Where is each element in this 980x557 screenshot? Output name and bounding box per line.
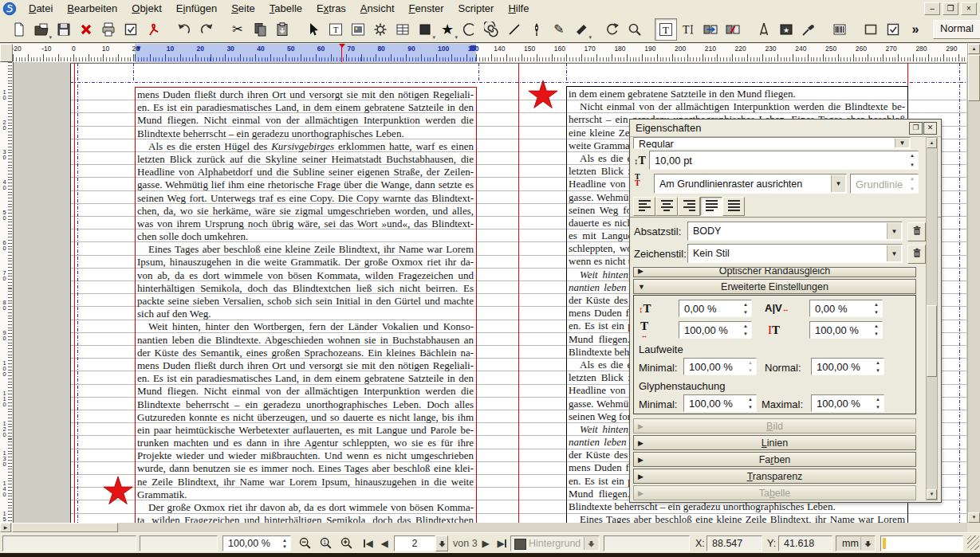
display-mode-select[interactable]: Normal▼	[933, 20, 980, 39]
star-shape-bottom[interactable]	[101, 475, 135, 508]
vertical-ruler[interactable]: 102030405060708090100110120130140150	[0, 62, 14, 523]
first-page-button[interactable]: ◀	[361, 535, 376, 551]
glyph-min-input[interactable]: 100,00 % ▲▼	[683, 394, 757, 412]
float-icon[interactable]: ❐	[909, 122, 923, 135]
scroll-down-icon[interactable]: ▼	[968, 512, 980, 523]
spinner-arrows[interactable]: ▲▼	[280, 537, 289, 550]
menu-ansicht[interactable]: Ansicht	[353, 1, 402, 16]
slider-handle[interactable]	[883, 538, 886, 549]
preview-quality-slider[interactable]	[880, 535, 963, 551]
copy-button[interactable]	[249, 18, 271, 41]
tool-dropdown-icon[interactable]: ▾	[455, 34, 458, 41]
scroll-up-icon[interactable]: ▲	[927, 138, 937, 148]
pdf-pushbutton-button[interactable]	[860, 18, 882, 41]
zoom-in-button[interactable]	[337, 535, 356, 551]
line-spacing-mode-select[interactable]: Am Grundlinienraster ausrichten ▼	[654, 174, 847, 194]
measure-tool-button[interactable]	[753, 18, 775, 41]
last-page-button[interactable]: ▶	[494, 535, 509, 551]
close-button[interactable]: ×	[961, 2, 977, 15]
kerning-input[interactable]: 0,00 % ▲▼	[809, 300, 883, 317]
baseline-offset-input[interactable]: 0,00 % ▲▼	[679, 300, 752, 317]
scroll-right-icon[interactable]: ▶	[0, 523, 11, 532]
paste-button[interactable]	[271, 18, 293, 41]
tool-dropdown-icon[interactable]: ▾	[432, 34, 435, 41]
vertical-scrollbar[interactable]: ▲ ▼	[967, 44, 980, 523]
print-button[interactable]	[97, 18, 120, 41]
section-linien[interactable]: ▶Linien	[633, 435, 916, 450]
align-right-button[interactable]	[678, 197, 700, 216]
spinner-arrows[interactable]: ▲▼	[907, 152, 917, 168]
horizontal-scrollbar[interactable]: ◀ ▶	[0, 523, 967, 532]
new-document-button[interactable]	[8, 18, 30, 41]
scroll-down-icon[interactable]: ▼	[927, 489, 937, 500]
chevron-down-icon[interactable]: ▼	[887, 245, 901, 261]
star-shape-top[interactable]	[526, 79, 560, 112]
pdf-checkbox-button[interactable]	[882, 18, 904, 41]
preflight-button[interactable]	[120, 18, 142, 41]
minimize-button[interactable]: –	[924, 2, 940, 15]
copy-properties-button[interactable]: ★	[775, 18, 797, 41]
next-page-button[interactable]: ▶	[478, 535, 493, 551]
close-doc-button[interactable]	[75, 18, 97, 41]
paragraph-style-select[interactable]: BODY ▼	[687, 222, 903, 241]
scrollbar-thumb[interactable]	[12, 523, 118, 532]
undo-button[interactable]	[173, 18, 195, 41]
text-frame-left-selected[interactable]: mens Duden fließt durch ihren Ort und ve…	[135, 87, 477, 523]
unlink-frames-button[interactable]	[722, 18, 744, 41]
menu-seite[interactable]: Seite	[224, 1, 262, 16]
arc-tool-button[interactable]	[459, 18, 481, 41]
align-center-button[interactable]	[655, 197, 678, 216]
chevron-down-icon[interactable]: ▼	[895, 139, 909, 147]
link-frames-button[interactable]	[699, 18, 722, 41]
scroll-up-icon[interactable]: ▲	[968, 44, 980, 54]
guide-red-2[interactable]	[518, 63, 519, 523]
bezier-tool-button[interactable]	[525, 18, 548, 41]
scrollbar-thumb[interactable]	[968, 55, 980, 101]
zoom-level-input[interactable]: 100,00 % ▲▼	[222, 535, 291, 551]
pdf-export-button[interactable]	[142, 18, 164, 41]
menu-extras[interactable]: Extras	[309, 1, 353, 16]
zoom-100-button[interactable]: 1	[317, 535, 336, 551]
overflow-chevron-button[interactable]: »	[904, 18, 927, 41]
chevron-down-icon[interactable]: ▼	[831, 175, 845, 192]
align-justify-button[interactable]	[700, 197, 722, 216]
scale-height-input[interactable]: 100,00 % ▲▼	[809, 321, 883, 339]
edit-contents-button[interactable]: T	[655, 18, 677, 41]
unit-select[interactable]: mm	[836, 535, 876, 551]
open-folder-button[interactable]: ▾	[30, 18, 53, 41]
section-advanced-settings[interactable]: ▼ Erweiterte Einstellungen	[633, 279, 916, 294]
calligraphy-tool-button[interactable]: ▾	[570, 18, 592, 41]
chevron-down-icon[interactable]: ▼	[887, 223, 901, 239]
tracking-normal-input[interactable]: 100,00 % ▲▼	[811, 358, 884, 375]
image-frame-button[interactable]	[347, 18, 369, 41]
right-indent-marker[interactable]	[470, 45, 476, 50]
section-transparenz[interactable]: ▶Transparenz	[633, 469, 916, 484]
shape-tool-button[interactable]: ▾	[414, 18, 436, 41]
scale-width-input[interactable]: 100,00 % ▲▼	[679, 321, 752, 339]
tracking-min-input[interactable]: 100,00 % ▲▼	[683, 358, 757, 375]
select-tool-button[interactable]	[302, 18, 325, 41]
menu-datei[interactable]: Datei	[22, 1, 60, 16]
table-button[interactable]	[392, 18, 414, 41]
remove-char-style-button[interactable]	[907, 245, 926, 264]
story-editor-button[interactable]: T	[677, 18, 699, 41]
cut-button[interactable]: ✂	[226, 18, 249, 41]
barcode-button[interactable]	[828, 18, 851, 41]
line-tool-button[interactable]	[503, 18, 525, 41]
menu-tabelle[interactable]: Tabelle	[262, 1, 309, 16]
page-select-dropdown[interactable]	[435, 535, 448, 551]
layer-select[interactable]: Hintergrund	[510, 535, 600, 551]
zoom-out-button[interactable]	[296, 535, 315, 551]
rotate-tool-button[interactable]	[601, 18, 624, 41]
page-number-input[interactable]: 2	[394, 535, 435, 551]
ruler-origin-box[interactable]	[0, 44, 13, 62]
save-button[interactable]	[53, 18, 75, 41]
guide-red-1[interactable]	[74, 63, 75, 523]
tool-dropdown-icon[interactable]: ▾	[49, 34, 52, 41]
remove-paragraph-style-button[interactable]	[907, 222, 926, 241]
tool-dropdown-icon[interactable]: ▾	[588, 34, 592, 41]
char-style-select[interactable]: Kein Stil ▼	[687, 244, 903, 263]
close-icon[interactable]: ✕	[923, 122, 937, 135]
chevron-down-icon[interactable]	[584, 537, 598, 550]
first-line-indent-marker[interactable]: ▼	[136, 45, 142, 52]
